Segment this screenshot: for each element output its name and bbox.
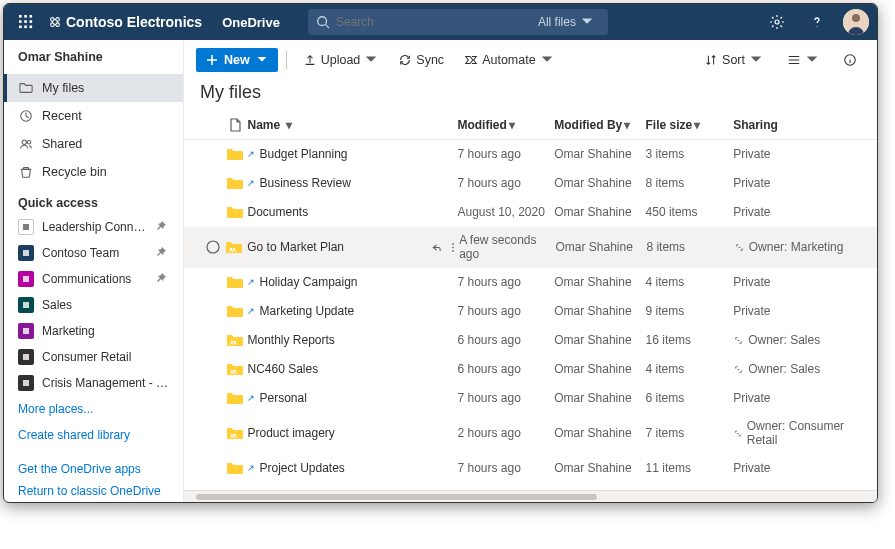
site-icon [18,245,34,261]
more-icon[interactable] [447,241,459,254]
shared-badge-icon: ↗ [247,393,255,403]
user-avatar[interactable] [843,9,869,35]
file-row[interactable]: Monthly Reports6 hours agoOmar Shahine16… [184,326,877,355]
settings-icon[interactable] [763,8,791,36]
nav-recycle-bin[interactable]: Recycle bin [4,158,183,186]
list-view-icon [787,53,801,67]
file-row[interactable]: ↗Budget Planning7 hours agoOmar Shahine3… [184,140,877,169]
info-button[interactable] [835,48,865,72]
nav-my-files[interactable]: My files [4,74,183,102]
create-shared-library-link[interactable]: Create shared library [4,422,183,448]
file-row[interactable]: Go to Market PlanA few seconds agoOmar S… [184,227,877,268]
modified-by-cell: Omar Shahine [554,426,645,440]
file-row[interactable]: ↗Recordings7 hours agoOmar Shahine4 item… [184,483,877,490]
help-icon[interactable] [803,8,831,36]
file-name[interactable]: ↗Business Review [247,176,430,190]
sharing-cell: Private [733,391,861,405]
file-row[interactable]: NC460 Sales6 hours agoOmar Shahine4 item… [184,355,877,384]
file-row[interactable]: ↗Project Updates7 hours agoOmar Shahine1… [184,454,877,483]
file-row[interactable]: ↗Personal7 hours agoOmar Shahine6 itemsP… [184,384,877,413]
search-box[interactable]: All files [308,9,608,35]
file-row[interactable]: ↗Marketing Update7 hours agoOmar Shahine… [184,297,877,326]
sync-button[interactable]: Sync [390,48,452,72]
file-name[interactable]: Documents [247,205,430,219]
more-places-link[interactable]: More places... [4,396,183,422]
file-name[interactable]: ↗Project Updates [247,461,430,475]
toolbar: New Upload Sync Automate [184,40,877,80]
file-row[interactable]: ↗Holiday Campaign7 hours agoOmar Shahine… [184,268,877,297]
file-name[interactable]: Product imagery [247,426,430,440]
chevron-down-icon: ▾ [694,118,700,132]
svg-rect-8 [30,26,33,29]
svg-rect-4 [24,20,27,23]
share-icon[interactable] [429,241,441,254]
modified-cell: 7 hours ago [457,391,554,405]
automate-button[interactable]: Automate [456,48,562,72]
row-select[interactable] [200,239,225,255]
file-row[interactable]: DocumentsAugust 10, 2020Omar Shahine450 … [184,198,877,227]
file-icon [226,117,244,133]
nav-label: Recent [42,109,82,123]
file-row[interactable]: ↗Business Review7 hours agoOmar Shahine8… [184,169,877,198]
row-actions [429,241,459,254]
quick-access-item[interactable]: Communications [4,266,183,292]
modified-by-cell: Omar Shahine [554,147,645,161]
search-input[interactable] [336,15,538,29]
sort-icon [704,53,718,67]
classic-onedrive-link[interactable]: Return to classic OneDrive [18,480,169,502]
pin-icon[interactable] [155,246,169,261]
app-name[interactable]: OneDrive [222,15,280,30]
quick-access-label: Communications [42,272,147,286]
file-name[interactable]: ↗Holiday Campaign [247,275,430,289]
pin-icon[interactable] [155,220,169,235]
svg-point-18 [22,140,26,144]
app-launcher-icon[interactable] [12,8,40,36]
shared-badge-icon: ↗ [247,178,255,188]
org-name[interactable]: Contoso Electronics [48,14,202,30]
scrollbar-thumb[interactable] [196,494,597,500]
quick-access-item[interactable]: Consumer Retail [4,344,183,370]
modified-column-header[interactable]: Modified▾ [457,118,554,132]
quick-access-item[interactable]: Marketing [4,318,183,344]
pin-icon[interactable] [155,272,169,287]
get-apps-link[interactable]: Get the OneDrive apps [18,458,169,480]
folder-icon [225,239,247,255]
size-cell: 450 items [646,205,734,219]
quick-access-label: Leadership Connec... [42,220,147,234]
nav-recent[interactable]: Recent [4,102,183,130]
file-name[interactable]: ↗Budget Planning [247,147,430,161]
link-icon [734,242,745,253]
svg-point-9 [51,18,55,22]
file-name[interactable]: ↗Personal [247,391,430,405]
quick-access-item[interactable]: Contoso Team [4,240,183,266]
view-options-button[interactable] [779,48,827,72]
plus-icon [206,54,218,66]
nav-shared[interactable]: Shared [4,130,183,158]
search-scope[interactable]: All files [538,15,600,29]
modified-cell: 2 hours ago [457,426,554,440]
svg-rect-6 [19,26,22,29]
sharing-cell: Owner: Sales [733,333,861,347]
quick-access-item[interactable]: Sales [4,292,183,318]
file-name[interactable]: Go to Market Plan [247,240,429,254]
file-name[interactable]: NC460 Sales [247,362,430,376]
new-button[interactable]: New [196,48,278,72]
file-size-column-header[interactable]: File size▾ [646,118,734,132]
site-icon [18,349,34,365]
horizontal-scrollbar[interactable] [184,490,877,502]
svg-rect-7 [24,26,27,29]
file-name[interactable]: ↗Marketing Update [247,304,430,318]
file-row[interactable]: Product imagery2 hours agoOmar Shahine7 … [184,413,877,454]
modified-by-column-header[interactable]: Modified By▾ [554,118,645,132]
file-name[interactable]: Monthly Reports [247,333,430,347]
upload-button[interactable]: Upload [295,48,387,72]
quick-access-item[interactable]: Crisis Management - Site ... [4,370,183,396]
folder-icon [226,332,248,348]
name-column-header[interactable]: Name▾ [247,118,430,132]
quick-access-item[interactable]: Leadership Connec... [4,214,183,240]
modified-cell: 7 hours ago [457,304,554,318]
sort-button[interactable]: Sort [696,48,771,72]
file-type-column[interactable] [226,117,248,133]
sharing-column-header[interactable]: Sharing [733,118,861,132]
file-header-row: Name▾ Modified▾ Modified By▾ File size▾ … [184,111,877,140]
